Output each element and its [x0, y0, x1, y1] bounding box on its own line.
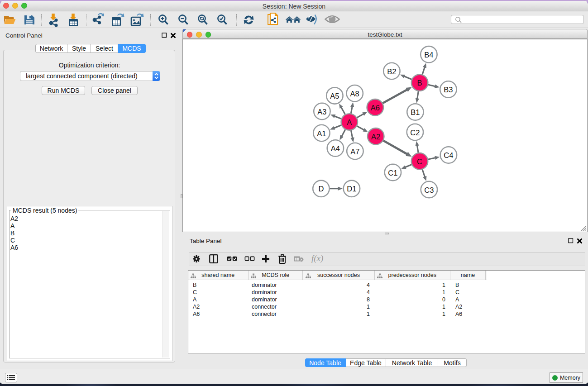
svg-text:A5: A5	[330, 92, 339, 100]
svg-text:C: C	[417, 157, 422, 166]
svg-text:B2: B2	[387, 67, 396, 76]
svg-text:C4: C4	[444, 151, 453, 159]
svg-text:D1: D1	[347, 185, 356, 193]
svg-text:A1: A1	[317, 129, 326, 138]
svg-text:A8: A8	[350, 90, 359, 98]
svg-text:A6: A6	[371, 104, 380, 112]
svg-text:C2: C2	[410, 129, 420, 137]
svg-text:B3: B3	[444, 86, 453, 94]
svg-text:B4: B4	[424, 51, 433, 59]
svg-text:A: A	[347, 118, 352, 126]
svg-text:D: D	[318, 185, 324, 193]
svg-text:A3: A3	[317, 108, 326, 116]
svg-text:C3: C3	[424, 186, 434, 194]
svg-text:A2: A2	[371, 133, 380, 141]
svg-text:B1: B1	[411, 108, 420, 116]
svg-text:B: B	[417, 79, 422, 87]
svg-text:C1: C1	[388, 169, 397, 177]
svg-text:A4: A4	[331, 144, 340, 152]
svg-text:A7: A7	[350, 148, 359, 156]
